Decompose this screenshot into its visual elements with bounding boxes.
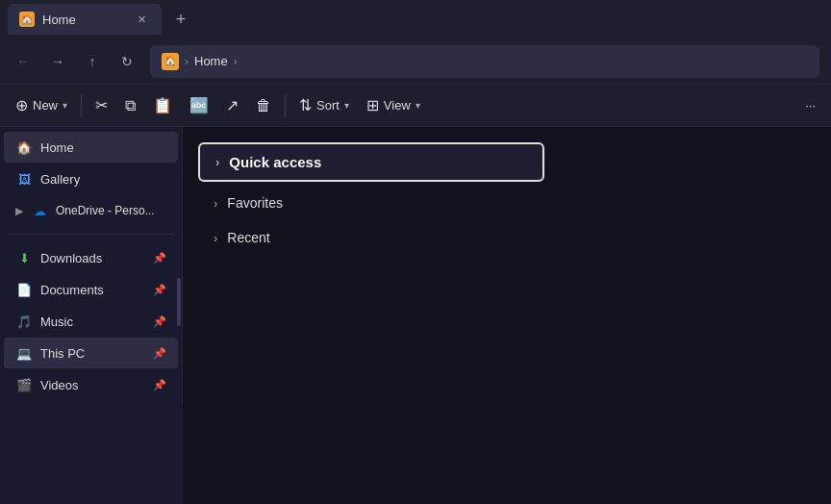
share-button[interactable]: ↗ [218,90,246,121]
more-icon: ··· [805,98,816,113]
addr-sep-1: › [185,55,189,68]
sidebar-divider [8,234,174,235]
quick-access-chevron: › [215,155,219,169]
thispc-icon: 💻 [15,344,33,362]
tab-close-button[interactable]: ✕ [133,11,150,28]
sidebar-downloads-label: Downloads [40,251,102,265]
view-button[interactable]: ⊞ View ▾ [359,90,428,121]
sidebar-item-gallery[interactable]: 🖼 Gallery [4,164,178,194]
pin-icon-downloads: 📌 [153,252,166,265]
sidebar-wrapper: 🏠 Home 🖼 Gallery ▶ ☁ OneDrive - Perso...… [0,127,183,504]
back-icon: ← [16,54,30,69]
sidebar-item-music[interactable]: 🎵 Music 📌 [4,306,178,337]
sidebar-onedrive-label: OneDrive - Perso... [56,204,155,217]
recent-row[interactable]: › Recent [198,220,544,255]
gallery-icon: 🖼 [15,170,33,188]
content-area: › Quick access › Favorites › Recent [183,127,831,504]
sort-chevron: ▾ [344,100,349,111]
refresh-icon: ↻ [121,54,133,69]
share-icon: ↗ [226,96,239,114]
cut-button[interactable]: ✂ [88,90,115,121]
copy-button[interactable]: ⧉ [117,90,143,121]
new-button[interactable]: ⊕ New ▾ [8,90,75,121]
tab-home[interactable]: 🏠 Home ✕ [8,4,162,35]
sidebar-item-thispc[interactable]: 💻 This PC 📌 [4,338,178,368]
favorites-label: Favorites [227,195,283,211]
up-icon: ↑ [89,54,96,69]
sidebar-home-label: Home [40,140,74,155]
sort-label: Sort [316,98,340,113]
address-path: Home [194,54,228,68]
recent-chevron: › [214,231,217,245]
address-bar[interactable]: 🏠 › Home › [150,45,819,78]
toolbar: ⊕ New ▾ ✂ ⧉ 📋 🔤 ↗ 🗑 ⇅ Sort ▾ ⊞ View ▾ ··… [0,85,831,127]
quick-access-button[interactable]: › Quick access [198,142,544,182]
view-icon: ⊞ [366,96,379,114]
sidebar: 🏠 Home 🖼 Gallery ▶ ☁ OneDrive - Perso...… [0,127,183,405]
pin-icon-videos: 📌 [153,379,166,391]
forward-button[interactable]: → [42,46,73,77]
sort-icon: ⇅ [299,96,312,114]
favorites-chevron: › [214,196,217,211]
new-chevron: ▾ [63,100,67,111]
refresh-button[interactable]: ↻ [112,46,142,77]
more-button[interactable]: ··· [797,90,823,121]
toolbar-sep-2 [285,94,286,117]
paste-icon: 📋 [153,96,172,114]
copy-icon: ⧉ [125,97,136,114]
new-tab-button[interactable]: + [165,4,196,35]
delete-icon: 🗑 [256,97,271,114]
pin-icon-music: 📌 [153,315,166,328]
recent-label: Recent [227,230,269,245]
favorites-row[interactable]: › Favorites [198,186,544,220]
sidebar-gallery-label: Gallery [40,172,80,187]
videos-icon: 🎬 [15,376,33,393]
onedrive-expand-icon: ▶ [15,205,23,217]
onedrive-icon: ☁ [31,202,48,219]
main-layout: 🏠 Home 🖼 Gallery ▶ ☁ OneDrive - Perso...… [0,127,831,504]
sidebar-documents-label: Documents [40,283,104,297]
quick-access-label: Quick access [229,154,321,170]
back-button[interactable]: ← [8,46,38,77]
home-icon: 🏠 [15,139,33,156]
title-bar: 🏠 Home ✕ + [0,0,831,38]
pin-icon-documents: 📌 [153,284,166,296]
tab-home-icon: 🏠 [19,12,35,27]
view-label: View [384,98,411,113]
tab-home-title: Home [42,13,125,27]
sidebar-item-downloads[interactable]: ⬇ Downloads 📌 [4,242,178,273]
cut-icon: ✂ [95,96,108,114]
delete-button[interactable]: 🗑 [248,90,279,121]
sidebar-item-home[interactable]: 🏠 Home [4,132,178,163]
sidebar-item-onedrive[interactable]: ▶ ☁ OneDrive - Perso... [4,195,178,226]
up-button[interactable]: ↑ [77,46,108,77]
paste-button[interactable]: 📋 [145,90,180,121]
sidebar-item-documents[interactable]: 📄 Documents 📌 [4,274,178,305]
addr-sep-2: › [234,55,238,68]
sort-button[interactable]: ⇅ Sort ▾ [291,90,357,121]
sidebar-item-videos[interactable]: 🎬 Videos 📌 [4,369,178,400]
rename-button[interactable]: 🔤 [182,90,216,121]
new-icon: ⊕ [15,96,28,114]
music-icon: 🎵 [15,313,33,330]
sidebar-videos-label: Videos [40,378,79,392]
new-label: New [33,98,58,113]
view-chevron: ▾ [416,100,420,111]
address-home-icon: 🏠 [162,53,179,70]
sidebar-music-label: Music [40,315,73,329]
toolbar-sep-1 [81,94,82,117]
rename-icon: 🔤 [189,96,209,114]
sidebar-scrollbar[interactable] [177,278,181,326]
documents-icon: 📄 [15,281,33,298]
nav-bar: ← → ↑ ↻ 🏠 › Home › [0,38,831,85]
pin-icon-thispc: 📌 [153,347,166,360]
sidebar-thispc-label: This PC [40,346,85,361]
title-bar-drag [196,0,823,38]
downloads-icon: ⬇ [15,249,33,266]
forward-icon: → [51,54,64,69]
